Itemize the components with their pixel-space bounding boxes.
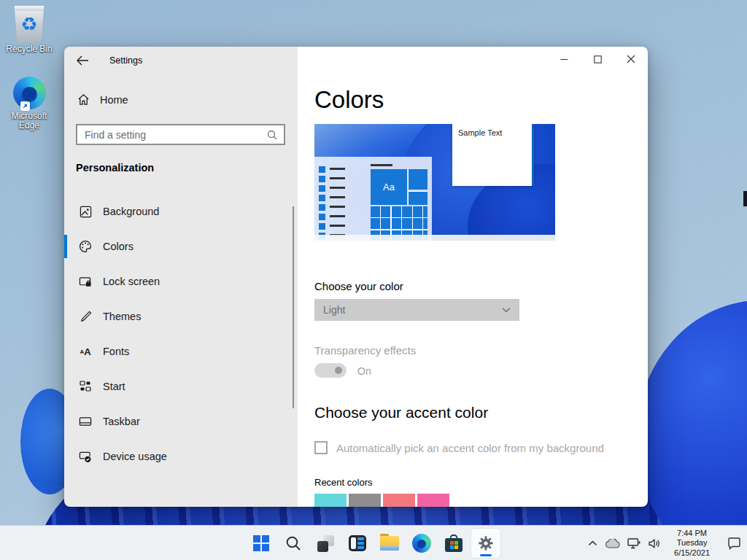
desktop-icon-label: Microsoft Edge [7,112,52,131]
settings-content: Colors Aa Sample Text Choose your color … [298,47,648,507]
onedrive-cloud-icon[interactable] [605,539,620,548]
notification-center-icon[interactable] [727,537,741,550]
sidebar-item-label: Colors [103,241,133,252]
search-button[interactable] [279,529,308,558]
start-grid-icon [79,380,92,393]
microsoft-edge-desktop-icon[interactable]: Microsoft Edge [0,77,58,131]
section-header: Personalization [76,162,154,174]
sidebar-item-label: Start [103,381,125,392]
home-label: Home [100,94,128,106]
fonts-icon: AA [79,345,92,358]
settings-sidebar: Settings Home Personalization Background [64,47,298,507]
sidebar-item-label: Device usage [103,451,167,462]
back-button[interactable] [76,55,90,68]
recent-colors-row [314,494,449,507]
minimize-button[interactable] [547,47,581,71]
recent-colors-label: Recent colors [314,477,372,488]
brush-icon [79,310,92,323]
preview-tile-aa: Aa [371,169,407,205]
sidebar-item-colors[interactable]: Colors [64,229,298,264]
folder-icon [380,536,399,551]
page-title: Colors [314,86,384,114]
search-icon[interactable] [267,130,277,140]
recent-color-swatch[interactable] [349,494,381,507]
system-tray: 7:44 PM Tuesday 6/15/2021 [588,526,741,560]
preview-menu-bullets [319,166,325,239]
tray-overflow-chevron-icon[interactable] [588,540,597,546]
clock-date: 6/15/2021 [674,548,710,559]
close-button[interactable] [614,47,648,71]
auto-accent-label: Automatically pick an accent color from … [336,442,604,454]
sidebar-scrollbar[interactable] [293,206,294,408]
sidebar-item-label: Taskbar [103,416,140,427]
edge-button[interactable] [407,529,436,558]
recent-color-swatch[interactable] [314,494,347,507]
file-explorer-button[interactable] [375,529,404,558]
preview-sample-card: Sample Text [452,124,534,186]
home-icon [77,93,90,106]
taskbar-app-buttons [247,529,500,558]
preview-tiles-header [371,164,392,166]
recent-color-swatch[interactable] [417,494,449,507]
network-icon[interactable] [627,538,641,549]
preview-tile [408,169,427,190]
recent-color-swatch[interactable] [383,494,415,507]
lock-screen-icon [79,275,92,288]
chevron-down-icon [502,307,511,313]
sidebar-item-themes[interactable]: Themes [64,299,298,334]
sidebar-item-label: Fonts [103,346,129,357]
window-title: Settings [109,55,142,66]
sidebar-item-start[interactable]: Start [64,369,298,404]
preview-taskbar [314,235,555,241]
preview-menu-lines [330,168,345,239]
start-button[interactable] [247,529,276,558]
sidebar-item-background[interactable]: Background [64,194,298,229]
settings-window: Settings Home Personalization Background [64,47,648,507]
sidebar-item-lock-screen[interactable]: Lock screen [64,264,298,299]
sample-text: Sample Text [458,128,526,137]
widgets-icon [349,535,366,551]
background-icon [79,205,92,218]
device-usage-icon [79,450,92,463]
taskbar-clock[interactable]: 7:44 PM Tuesday 6/15/2021 [674,529,710,559]
choose-color-label: Choose your color [314,280,403,292]
recycle-arrows-icon: ♻ [0,15,58,34]
desktop-icon-label: Recycle Bin [0,44,58,54]
auto-accent-checkbox[interactable] [314,441,328,454]
sidebar-item-fonts[interactable]: AA Fonts [64,334,298,369]
sidebar-nav: Background Colors Lock screen Themes [64,194,298,474]
gear-icon [477,534,495,552]
store-button[interactable] [439,529,468,558]
widgets-button[interactable] [343,529,372,558]
task-view-icon [317,535,334,552]
maximize-button[interactable] [581,47,614,71]
settings-button[interactable] [471,529,500,558]
color-mode-dropdown[interactable]: Light [314,299,519,321]
recycle-bin-desktop-icon[interactable]: ♻ Recycle Bin [0,6,58,54]
search-box[interactable] [76,124,285,145]
sidebar-item-taskbar[interactable]: Taskbar [64,404,298,439]
sidebar-item-label: Lock screen [103,276,160,287]
clock-day: Tuesday [674,538,710,548]
windows-logo-icon [253,535,269,551]
window-controls [547,47,648,71]
preview-start-menu: Aa [314,157,432,241]
clock-time: 7:44 PM [674,529,710,539]
task-view-button[interactable] [311,529,340,558]
store-icon [445,534,462,552]
search-input[interactable] [77,129,267,141]
sidebar-item-device-usage[interactable]: Device usage [64,439,298,474]
toggle-knob [335,367,342,374]
colors-preview-thumbnail: Aa Sample Text [314,124,555,241]
taskbar-icon [79,415,92,428]
auto-accent-row: Automatically pick an accent color from … [314,441,604,454]
search-icon [285,535,301,551]
transparency-label: Transparency effects [314,344,416,357]
transparency-toggle[interactable] [314,363,347,378]
sidebar-item-home[interactable]: Home [77,93,128,106]
shortcut-arrow-icon [20,101,30,111]
edge-icon [412,534,431,553]
volume-icon[interactable] [649,538,661,549]
taskbar: 7:44 PM Tuesday 6/15/2021 [0,525,747,560]
palette-icon [79,240,92,253]
